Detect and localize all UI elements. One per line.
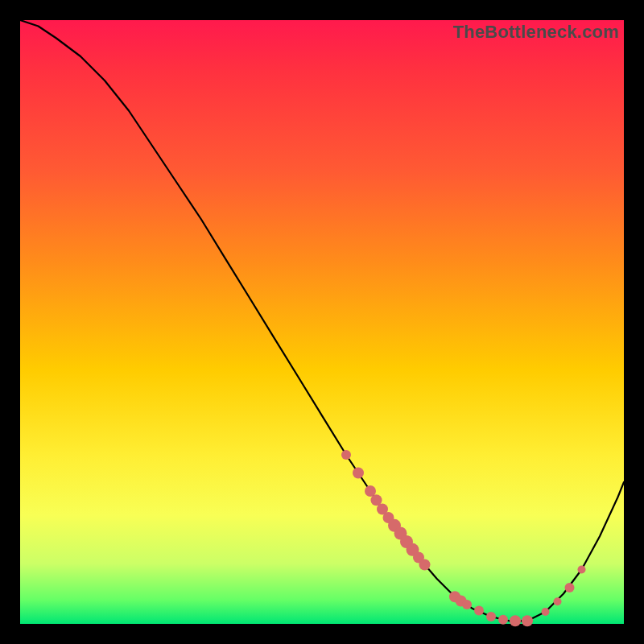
curve-marker [510,615,521,626]
bottleneck-curve [20,20,624,621]
chart-frame: TheBottleneck.com [20,20,624,624]
curve-marker [554,597,562,605]
curve-marker [522,615,533,626]
curve-marker [353,468,364,479]
curve-marker [474,606,484,616]
chart-overlay [20,20,624,624]
curve-marker [486,612,496,621]
curve-marker [578,566,586,574]
curve-marker [542,608,550,616]
curve-marker [498,615,508,625]
curve-markers [341,450,586,626]
curve-marker [419,559,431,571]
curve-marker [462,600,472,609]
curve-marker [565,583,575,592]
curve-marker [341,450,351,460]
